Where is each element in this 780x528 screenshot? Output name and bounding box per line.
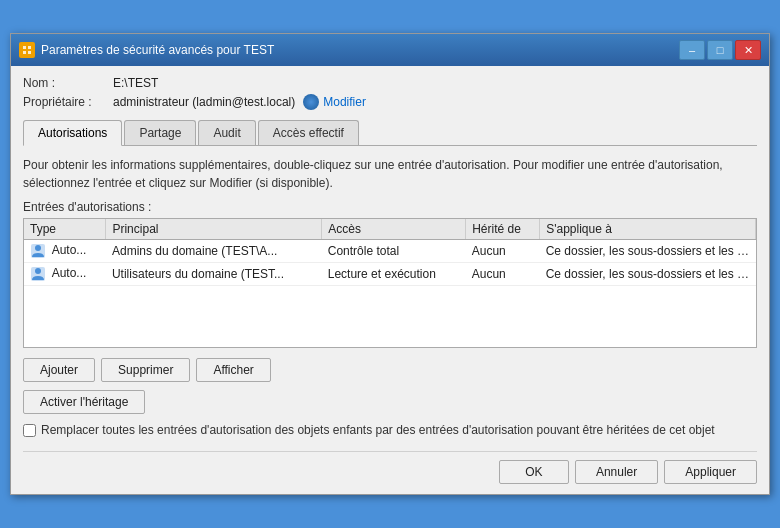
- action-buttons-row: Ajouter Supprimer Afficher: [23, 358, 757, 382]
- title-bar: Paramètres de sécurité avancés pour TEST…: [11, 34, 769, 66]
- main-window: Paramètres de sécurité avancés pour TEST…: [10, 33, 770, 495]
- svg-point-8: [35, 268, 41, 274]
- close-button[interactable]: ✕: [735, 40, 761, 60]
- svg-rect-1: [23, 46, 26, 49]
- row1-herite: Aucun: [466, 240, 540, 263]
- ok-button[interactable]: OK: [499, 460, 569, 484]
- tab-audit[interactable]: Audit: [198, 120, 255, 145]
- window-icon: [19, 42, 35, 58]
- user-icon-1: [30, 243, 46, 259]
- row2-sapplique: Ce dossier, les sous-dossiers et les fic…: [540, 263, 756, 286]
- row1-sapplique: Ce dossier, les sous-dossiers et les fic…: [540, 240, 756, 263]
- tabs-container: Autorisations Partage Audit Accès effect…: [23, 120, 757, 146]
- col-type: Type: [24, 219, 106, 240]
- nom-row: Nom : E:\TEST: [23, 76, 757, 90]
- modifier-link[interactable]: Modifier: [303, 94, 366, 110]
- tab-acces-effectif[interactable]: Accès effectif: [258, 120, 359, 145]
- tab-autorisations[interactable]: Autorisations: [23, 120, 122, 146]
- proprietaire-row: Propriétaire : administrateur (ladmin@te…: [23, 94, 757, 110]
- svg-point-6: [35, 245, 41, 251]
- annuler-button[interactable]: Annuler: [575, 460, 658, 484]
- entries-label: Entrées d'autorisations :: [23, 200, 757, 214]
- afficher-button[interactable]: Afficher: [196, 358, 270, 382]
- proprietaire-value: administrateur (ladmin@test.local): [113, 95, 295, 109]
- title-buttons: – □ ✕: [679, 40, 761, 60]
- proprietaire-label: Propriétaire :: [23, 95, 113, 109]
- description-text: Pour obtenir les informations supplément…: [23, 156, 757, 192]
- replace-checkbox[interactable]: [23, 424, 36, 437]
- table-container[interactable]: Type Principal Accès Hérité de S'appliqu…: [23, 218, 757, 348]
- col-herite: Hérité de: [466, 219, 540, 240]
- svg-rect-4: [28, 51, 31, 54]
- activer-heritage-button[interactable]: Activer l'héritage: [23, 390, 145, 414]
- supprimer-button[interactable]: Supprimer: [101, 358, 190, 382]
- svg-rect-3: [23, 51, 26, 54]
- heritage-row: Activer l'héritage: [23, 382, 757, 414]
- col-principal: Principal: [106, 219, 322, 240]
- ajouter-button[interactable]: Ajouter: [23, 358, 95, 382]
- row1-type: Auto...: [24, 240, 106, 263]
- title-bar-left: Paramètres de sécurité avancés pour TEST: [19, 42, 274, 58]
- window-body: Nom : E:\TEST Propriétaire : administrat…: [11, 66, 769, 494]
- nom-value: E:\TEST: [113, 76, 158, 90]
- checkbox-label: Remplacer toutes les entrées d'autorisat…: [41, 422, 715, 439]
- table-row[interactable]: Auto... Admins du domaine (TEST\A... Con…: [24, 240, 756, 263]
- minimize-button[interactable]: –: [679, 40, 705, 60]
- table-header-row: Type Principal Accès Hérité de S'appliqu…: [24, 219, 756, 240]
- checkbox-row: Remplacer toutes les entrées d'autorisat…: [23, 422, 757, 439]
- row2-acces: Lecture et exécution: [322, 263, 466, 286]
- row2-principal: Utilisateurs du domaine (TEST...: [106, 263, 322, 286]
- window-title: Paramètres de sécurité avancés pour TEST: [41, 43, 274, 57]
- modifier-label: Modifier: [323, 95, 366, 109]
- bottom-buttons: OK Annuler Appliquer: [23, 451, 757, 484]
- tab-partage[interactable]: Partage: [124, 120, 196, 145]
- permissions-table: Type Principal Accès Hérité de S'appliqu…: [24, 219, 756, 286]
- maximize-button[interactable]: □: [707, 40, 733, 60]
- content-area: Pour obtenir les informations supplément…: [23, 146, 757, 484]
- svg-rect-0: [21, 44, 33, 56]
- col-acces: Accès: [322, 219, 466, 240]
- col-sapplique: S'applique à: [540, 219, 756, 240]
- globe-icon: [303, 94, 319, 110]
- row2-herite: Aucun: [466, 263, 540, 286]
- table-row[interactable]: Auto... Utilisateurs du domaine (TEST...…: [24, 263, 756, 286]
- nom-label: Nom :: [23, 76, 113, 90]
- row2-type: Auto...: [24, 263, 106, 286]
- row1-principal: Admins du domaine (TEST\A...: [106, 240, 322, 263]
- user-icon-2: [30, 266, 46, 282]
- row1-acces: Contrôle total: [322, 240, 466, 263]
- appliquer-button[interactable]: Appliquer: [664, 460, 757, 484]
- svg-rect-2: [28, 46, 31, 49]
